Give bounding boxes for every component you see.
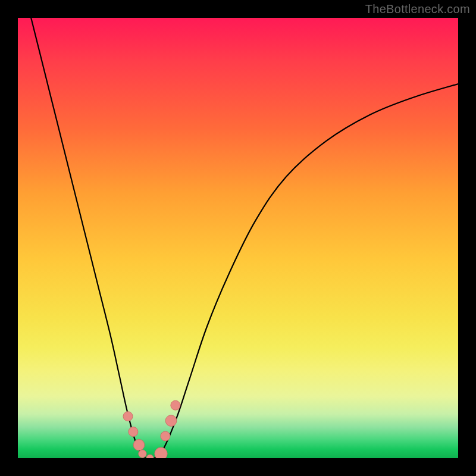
bottleneck-curve — [31, 18, 458, 458]
highlight-marker — [165, 415, 177, 427]
highlight-marker — [161, 431, 170, 441]
highlight-marker — [133, 439, 145, 450]
highlight-marker — [155, 447, 167, 458]
watermark-text: TheBottleneck.com — [365, 2, 470, 16]
curve-layer — [18, 18, 458, 458]
highlight-marker — [146, 455, 154, 458]
chart-frame: TheBottleneck.com — [0, 0, 476, 476]
highlight-marker — [139, 450, 146, 458]
highlight-marker — [171, 400, 180, 410]
plot-area — [18, 18, 458, 458]
highlight-marker — [129, 427, 138, 437]
highlight-marker — [123, 412, 133, 421]
